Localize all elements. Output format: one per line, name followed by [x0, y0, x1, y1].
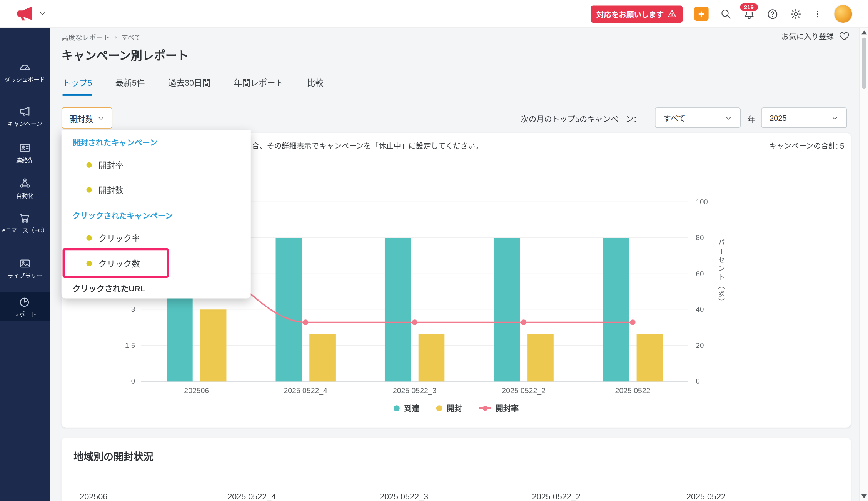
- favorite-label: お気に入り登録: [781, 30, 834, 42]
- pause-hint-text: 合、その詳細表示でキャンペーンを「休止中」に設定してください。: [252, 140, 483, 151]
- region-column-header: 2025 0522_3: [380, 492, 428, 501]
- legend-item-openrate[interactable]: 開封率: [479, 402, 519, 414]
- open-rate-point[interactable]: [630, 319, 635, 325]
- campaign-filter-select[interactable]: すべて: [655, 107, 741, 128]
- pie-chart-icon: [19, 296, 31, 308]
- year-select[interactable]: 2025: [761, 107, 847, 128]
- sidebar-item-dashboard[interactable]: ダッシュボード: [0, 61, 50, 83]
- dashboard-gauge-icon: [19, 61, 31, 73]
- sidebar-item-contacts[interactable]: 連絡先: [0, 142, 50, 164]
- yellow-dot-icon: [86, 261, 92, 266]
- menu-option-click-count[interactable]: クリック数: [86, 257, 140, 269]
- scroll-up-arrow-icon[interactable]: [861, 30, 867, 34]
- top-bar: 対応をお願いします + 219: [0, 0, 868, 28]
- scroll-down-arrow-icon[interactable]: [861, 494, 867, 498]
- openrate-swatch-icon: [479, 405, 491, 411]
- menu-option-label: 開封率: [98, 159, 124, 170]
- legend-reach-label: 到達: [404, 402, 419, 414]
- chart-legend: 到達 開封 開封率: [62, 402, 851, 414]
- create-new-button[interactable]: +: [694, 7, 708, 21]
- sidebar-label: 連絡先: [2, 157, 48, 164]
- breadcrumb-advanced-reports[interactable]: 高度なレポート: [62, 32, 110, 42]
- menu-option-label: クリック数: [98, 257, 140, 269]
- region-card-title: 地域別の開封状況: [73, 448, 153, 463]
- open-rate-point[interactable]: [412, 319, 417, 325]
- legend-item-reach[interactable]: 到達: [394, 402, 420, 414]
- chevron-down-icon: [831, 114, 839, 122]
- sidebar-label: レポート: [2, 311, 48, 318]
- sidebar-nav: ダッシュボード キャンペーン 連絡先 自動化 eコマース（EC） ライブラリー …: [0, 28, 50, 501]
- region-opens-card: 地域別の開封状況 202506 2025 0522_4 2025 0522_3 …: [62, 438, 851, 501]
- plus-icon: +: [698, 8, 704, 19]
- image-icon: [19, 257, 31, 270]
- attention-required-button[interactable]: 対応をお願いします: [590, 5, 683, 23]
- tab-yearly[interactable]: 年間レポート: [234, 77, 284, 96]
- menu-section-clicked-campaigns: クリックされたキャンペーン: [72, 210, 173, 221]
- yellow-dot-icon: [86, 187, 92, 192]
- screen: 対応をお願いします + 219: [0, 0, 868, 501]
- open-rate-point[interactable]: [303, 319, 308, 325]
- logo-chevron-down-icon[interactable]: [39, 9, 47, 17]
- tab-top5[interactable]: トップ5: [63, 77, 92, 96]
- sidebar-item-reports[interactable]: レポート: [0, 292, 50, 321]
- metric-dropdown-label: 開封数: [69, 112, 93, 124]
- more-kebab-icon[interactable]: [813, 8, 822, 20]
- breadcrumb: 高度なレポート › すべて: [62, 32, 141, 42]
- legend-openrate-label: 開封率: [496, 402, 519, 414]
- legend-item-opens[interactable]: 開封: [436, 402, 462, 414]
- menu-section-opened-campaigns: 開封されたキャンペーン: [72, 137, 157, 148]
- year-select-value: 2025: [770, 113, 787, 122]
- settings-gear-icon[interactable]: [790, 8, 801, 20]
- tab-last30days[interactable]: 過去30日間: [168, 77, 210, 96]
- left-axis-tick: 0: [107, 377, 135, 386]
- metric-dropdown-button[interactable]: 開封数: [62, 107, 112, 129]
- help-icon[interactable]: [767, 8, 778, 20]
- cart-icon: [19, 212, 31, 224]
- search-icon[interactable]: [720, 8, 732, 20]
- scrollbar-thumb[interactable]: [862, 38, 866, 89]
- sidebar-item-library[interactable]: ライブラリー: [0, 257, 50, 280]
- page-scrollbar[interactable]: [859, 28, 868, 501]
- sidebar-label: ライブラリー: [2, 272, 48, 280]
- sidebar-item-ecommerce[interactable]: eコマース（EC）: [0, 212, 50, 234]
- report-tabs: トップ5 最新5件 過去30日間 年間レポート 比較: [63, 77, 324, 96]
- metric-dropdown-menu: 開封されたキャンペーン 開封率 開封数 クリックされたキャンペーン クリック率 …: [62, 130, 251, 298]
- campaign-filter-value: すべて: [663, 112, 686, 123]
- breadcrumb-separator-icon: ›: [114, 33, 117, 41]
- year-label: 年: [748, 114, 756, 125]
- attention-required-label: 対応をお願いします: [596, 8, 664, 20]
- notifications[interactable]: 219: [743, 8, 755, 20]
- right-axis-tick: 60: [696, 269, 724, 278]
- user-avatar[interactable]: [834, 5, 853, 23]
- open-rate-point[interactable]: [521, 319, 526, 325]
- menu-option-label: クリック率: [98, 232, 140, 244]
- menu-option-clicked-url[interactable]: クリックされたURL: [72, 282, 145, 293]
- menu-option-open-count[interactable]: 開封数: [86, 184, 123, 195]
- menu-option-label: 開封数: [98, 184, 124, 195]
- x-axis-label: 2025 0522: [588, 386, 677, 395]
- tab-latest5[interactable]: 最新5件: [115, 77, 145, 96]
- heart-icon[interactable]: [839, 30, 850, 42]
- sidebar-label: eコマース（EC）: [2, 227, 48, 235]
- contact-card-icon: [19, 142, 31, 154]
- favorite-register[interactable]: お気に入り登録: [781, 30, 850, 42]
- breadcrumb-all[interactable]: すべて: [121, 32, 141, 42]
- app-logo-icon[interactable]: [15, 5, 33, 22]
- sidebar-item-automation[interactable]: 自動化: [0, 177, 50, 199]
- chevron-down-icon: [98, 114, 105, 122]
- sidebar-item-campaigns[interactable]: キャンペーン: [0, 105, 50, 127]
- yellow-dot-icon: [86, 162, 92, 167]
- right-axis-tick: 0: [696, 377, 724, 386]
- menu-option-click-rate[interactable]: クリック率: [86, 232, 140, 244]
- warning-triangle-icon: [668, 9, 676, 18]
- sidebar-label: ダッシュボード: [2, 76, 48, 84]
- page-title: キャンペーン別レポート: [62, 47, 189, 63]
- notification-badge: 219: [739, 2, 759, 12]
- legend-opens-label: 開封: [447, 402, 462, 414]
- opens-swatch-icon: [436, 405, 442, 411]
- menu-option-open-rate[interactable]: 開封率: [86, 159, 123, 170]
- x-axis-label: 202506: [152, 386, 241, 395]
- region-column-header: 2025 0522: [686, 492, 726, 501]
- sidebar-label: 自動化: [2, 192, 48, 200]
- tab-compare[interactable]: 比較: [307, 77, 324, 96]
